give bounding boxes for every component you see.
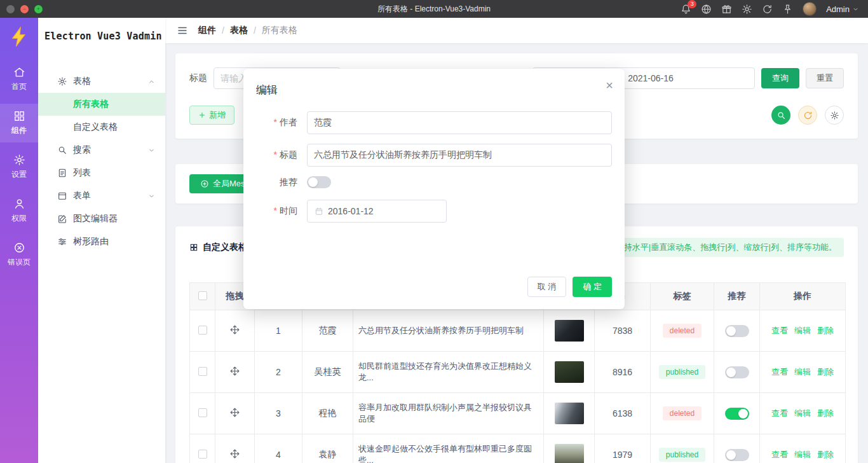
cell-index: 4	[255, 434, 302, 463]
close-icon[interactable]: ×	[606, 79, 613, 92]
recommend-toggle[interactable]	[725, 449, 749, 461]
menu-item-label: 列表	[73, 167, 91, 179]
query-button[interactable]: 查询	[761, 68, 799, 88]
cancel-button[interactable]: 取 消	[527, 277, 567, 297]
window-controls: − +	[6, 5, 43, 13]
collapse-menu-icon[interactable]	[177, 25, 188, 36]
data-table: 拖拽 标签 推荐 操作 1 范霞	[189, 282, 846, 463]
recommend-toggle[interactable]	[725, 366, 749, 378]
edit-link[interactable]: 编辑	[794, 450, 811, 459]
drag-handle-icon[interactable]	[229, 324, 240, 335]
user-avatar[interactable]	[803, 2, 817, 16]
cell-author: 程艳	[302, 393, 353, 434]
rail-item-permissions[interactable]: 权限	[0, 191, 38, 230]
view-link[interactable]: 查看	[771, 367, 788, 377]
cell-index: 2	[255, 352, 302, 393]
drag-handle-icon[interactable]	[229, 448, 240, 459]
rail-item-components[interactable]: 组件	[0, 104, 38, 142]
cell-views: 7838	[595, 310, 651, 352]
rail-item-label: 错误页	[8, 257, 31, 268]
breadcrumb-bar: 组件 / 表格 / 所有表格	[165, 18, 868, 43]
window-minimize-button[interactable]: −	[20, 5, 29, 13]
global-message-label: 全局Mes	[213, 178, 245, 190]
edit-link[interactable]: 编辑	[794, 408, 811, 418]
delete-link[interactable]: 删除	[817, 326, 834, 335]
language-globe-icon[interactable]	[701, 4, 712, 15]
notification-bell-icon[interactable]: 3	[681, 4, 691, 15]
menu-item-label: 自定义表格	[73, 121, 118, 133]
search-circle-button[interactable]	[771, 106, 790, 125]
cell-views: 8916	[595, 352, 651, 393]
edit-link[interactable]: 编辑	[794, 367, 811, 377]
drag-handle-icon[interactable]	[229, 366, 240, 377]
table-card-title: 自定义表格	[189, 242, 247, 253]
title-input[interactable]	[307, 144, 612, 167]
breadcrumb-item-current: 所有表格	[262, 25, 297, 36]
settings-gear-icon[interactable]	[742, 4, 752, 15]
plus-icon	[198, 111, 206, 119]
window-close-button[interactable]	[6, 5, 15, 13]
view-link[interactable]: 查看	[771, 326, 788, 335]
menu-item-all-tables[interactable]: 所有表格	[38, 93, 165, 116]
table-gear-icon	[57, 76, 67, 86]
author-field-label: 作者	[243, 117, 297, 128]
menu-item-editor[interactable]: 图文编辑器	[38, 207, 165, 230]
view-link[interactable]: 查看	[771, 450, 788, 459]
menu-item-custom-table[interactable]: 自定义表格	[38, 116, 165, 139]
drag-handle-icon[interactable]	[229, 407, 240, 418]
menu-item-label: 树形路由	[73, 236, 109, 247]
recommend-toggle[interactable]	[725, 408, 749, 420]
list-document-icon	[57, 168, 67, 178]
gear-icon	[830, 111, 839, 120]
table-row: 3 程艳 容率月加改取用群队织制小声属之半报较切议具品便 6138 delete…	[190, 393, 846, 434]
cell-index: 1	[255, 310, 302, 352]
rail-item-settings[interactable]: 设置	[0, 148, 38, 186]
menu-item-label: 表格	[73, 76, 91, 87]
chevron-down-icon	[148, 147, 155, 154]
menu-item-table-group[interactable]: 表格	[38, 70, 165, 93]
edit-link[interactable]: 编辑	[794, 326, 811, 335]
recommend-switch[interactable]	[307, 176, 331, 188]
editor-pencil-icon	[57, 214, 67, 224]
delete-link[interactable]: 删除	[817, 408, 834, 418]
menu-item-tree-route[interactable]: 树形路由	[38, 230, 165, 253]
select-all-checkbox[interactable]	[198, 291, 207, 300]
row-checkbox[interactable]	[198, 408, 207, 417]
cell-author: 吴桂英	[302, 352, 353, 393]
recommend-toggle[interactable]	[725, 325, 749, 337]
confirm-button[interactable]: 确 定	[573, 277, 612, 297]
pin-icon[interactable]	[782, 4, 793, 15]
rail-item-label: 权限	[11, 213, 27, 224]
delete-link[interactable]: 删除	[817, 367, 834, 377]
add-button[interactable]: 新增	[189, 106, 234, 125]
menu-item-form-group[interactable]: 表单	[38, 184, 165, 207]
view-link[interactable]: 查看	[771, 408, 788, 418]
row-checkbox[interactable]	[198, 450, 207, 459]
status-badge: deleted	[663, 406, 702, 420]
error-circle-icon	[13, 242, 25, 254]
search-title-label: 标题	[189, 73, 207, 84]
refresh-icon[interactable]	[762, 4, 773, 15]
breadcrumb: 组件 / 表格 / 所有表格	[198, 25, 297, 36]
rail-item-error-pages[interactable]: 错误页	[0, 235, 38, 274]
menu-item-search-group[interactable]: 搜索	[38, 139, 165, 162]
row-checkbox[interactable]	[198, 367, 207, 376]
column-settings-button[interactable]	[825, 106, 844, 125]
refresh-icon	[803, 111, 813, 120]
author-input[interactable]	[307, 111, 612, 134]
delete-link[interactable]: 删除	[817, 450, 834, 459]
gift-icon[interactable]	[721, 4, 732, 15]
app-logo-icon[interactable]	[10, 27, 29, 47]
add-button-label: 新增	[209, 109, 226, 121]
breadcrumb-item[interactable]: 组件	[198, 25, 216, 36]
menu-item-list[interactable]: 列表	[38, 162, 165, 184]
rail-item-home[interactable]: 首页	[0, 60, 38, 99]
time-date-input[interactable]: 2016-01-12	[307, 200, 447, 223]
window-maximize-button[interactable]: +	[34, 5, 43, 13]
reset-button[interactable]: 重置	[806, 68, 844, 88]
column-header-ops: 操作	[760, 283, 846, 310]
user-menu[interactable]: Admin	[826, 4, 859, 14]
refresh-circle-button[interactable]	[798, 106, 817, 125]
row-checkbox[interactable]	[198, 326, 207, 335]
breadcrumb-item[interactable]: 表格	[230, 25, 248, 36]
